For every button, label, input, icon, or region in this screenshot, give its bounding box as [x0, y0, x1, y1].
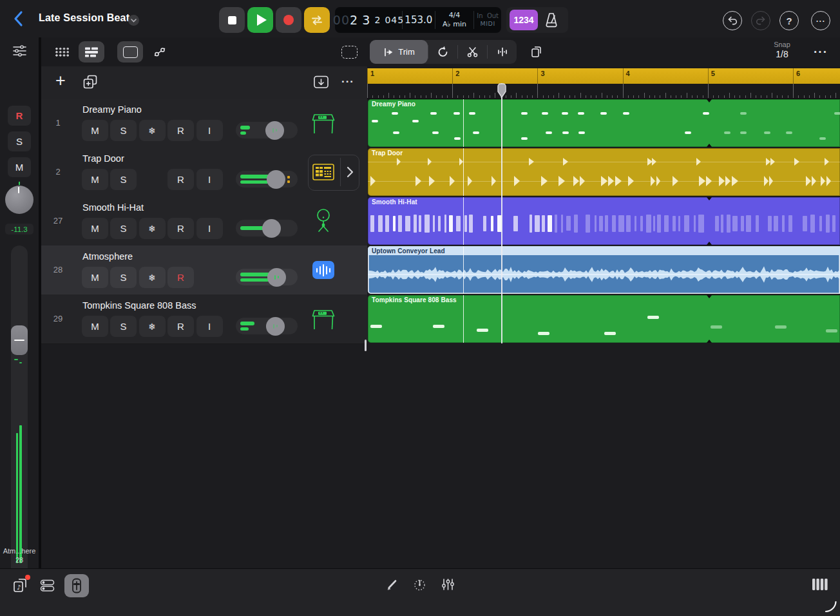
piano-instrument-icon[interactable] [310, 106, 336, 140]
mute-button[interactable]: M [82, 169, 108, 190]
duplicate-track-button[interactable] [82, 74, 98, 92]
tuner-button[interactable] [413, 578, 426, 594]
tracks-panel-button[interactable] [40, 579, 55, 595]
volume-slider[interactable] [236, 269, 298, 285]
more-options-button[interactable]: ··· [811, 11, 830, 30]
marquee-tool-button[interactable] [117, 41, 143, 63]
mute-button[interactable]: M [82, 218, 108, 239]
region-uptown-conveyor-lead[interactable]: Uptown Conveyor Lead [368, 246, 840, 294]
region-tompkins-square-808-bass[interactable]: Tompkins Square 808 Bass [368, 295, 840, 343]
slider-thumb[interactable] [265, 121, 284, 140]
help-button[interactable]: ? [779, 11, 799, 30]
split-tool-button[interactable] [458, 40, 487, 64]
input-monitor-button[interactable]: I [196, 120, 223, 141]
fader-handle[interactable] [11, 325, 28, 355]
project-menu-button[interactable] [128, 15, 139, 26]
input-monitor-button[interactable]: I [196, 218, 223, 239]
add-track-button[interactable]: + [55, 71, 66, 91]
record-enable-button[interactable]: R [167, 218, 194, 239]
pan-knob[interactable] [5, 186, 33, 214]
project-title[interactable]: Late Session Beat [39, 12, 129, 24]
volume-slider[interactable] [236, 171, 298, 188]
volume-fader[interactable] [11, 245, 28, 583]
solo-button[interactable]: S [110, 316, 137, 337]
solo-button[interactable]: S [110, 218, 137, 239]
track-header-dreamy-piano[interactable]: 1Dreamy PianoMS❄RI [41, 99, 367, 148]
audio-instrument-icon[interactable] [310, 253, 336, 287]
track-header-trap-door[interactable]: 2Trap DoorMSRI [41, 148, 367, 197]
solo-button[interactable]: S [110, 169, 137, 190]
mute-button[interactable]: M [82, 120, 108, 141]
stop-button[interactable] [219, 7, 245, 33]
lcd-display[interactable]: 002 3 2 045 153.0 4/4 A♭ min In Out MIDI [335, 7, 501, 33]
record-enable-button[interactable]: R [167, 120, 194, 141]
record-button[interactable] [276, 7, 301, 33]
freeze-button[interactable]: ❄ [139, 316, 166, 337]
toolbar-more-button[interactable]: ··· [808, 43, 834, 62]
import-button[interactable] [313, 75, 329, 92]
record-enable-button[interactable]: R [167, 267, 194, 288]
freeze-button[interactable]: ❄ [139, 120, 166, 141]
region-smooth-hi-hat[interactable]: Smooth Hi-Hat [368, 197, 840, 245]
mute-button[interactable]: M [8, 157, 31, 177]
freeze-button[interactable]: ❄ [139, 218, 166, 239]
record-enable-button[interactable]: R [167, 169, 194, 190]
play-button[interactable] [247, 7, 273, 33]
view-tracks-button[interactable] [79, 41, 104, 63]
piano-instrument-icon[interactable] [310, 302, 336, 336]
track-name[interactable]: Tompkins Square 808 Bass [82, 300, 196, 311]
cycle-button[interactable] [304, 7, 330, 33]
track-header-atmosphere[interactable]: 28AtmosphereMS❄R [41, 245, 367, 295]
slider-thumb[interactable] [267, 268, 286, 287]
browser-button[interactable]: ♪ [12, 577, 30, 596]
slider-thumb[interactable] [262, 219, 281, 238]
solo-button[interactable]: S [110, 120, 137, 141]
metronome-button[interactable] [542, 12, 562, 29]
editor-button[interactable] [64, 574, 89, 597]
undo-button[interactable] [723, 11, 742, 30]
volume-slider[interactable] [236, 122, 298, 139]
mute-button[interactable]: M [82, 316, 108, 337]
freeze-button[interactable]: ❄ [139, 267, 166, 288]
select-tool-button[interactable] [336, 41, 362, 63]
paste-button[interactable] [523, 41, 549, 63]
track-header-tompkins-square-808-bass[interactable]: 29Tompkins Square 808 BassMS❄RI [41, 294, 367, 344]
hihat-instrument-icon[interactable] [310, 204, 336, 238]
mixer-button[interactable] [441, 578, 455, 593]
gain-tool-button[interactable] [488, 40, 517, 64]
automation-button[interactable] [147, 41, 173, 63]
back-button[interactable] [10, 9, 28, 28]
playhead-line[interactable] [501, 83, 502, 343]
snap-control[interactable]: Snap 1/8 [765, 41, 799, 59]
solo-button[interactable]: S [110, 267, 137, 288]
input-monitor-button[interactable]: I [196, 169, 223, 190]
cycle-range-bar[interactable]: 123456 [367, 68, 840, 84]
pencil-tool-button[interactable] [385, 578, 399, 594]
volume-slider[interactable] [236, 220, 298, 236]
record-enable-button[interactable]: R [167, 316, 194, 337]
slider-thumb[interactable] [267, 170, 285, 189]
record-enable-button[interactable]: R [8, 106, 31, 126]
playhead[interactable] [497, 83, 507, 101]
scrollbar-thumb[interactable] [365, 340, 367, 351]
track-name[interactable]: Dreamy Piano [82, 104, 142, 115]
region-dreamy-piano[interactable]: Dreamy Piano [368, 99, 840, 147]
mixer-settings-button[interactable] [12, 44, 27, 61]
input-monitor-button[interactable]: I [196, 316, 223, 337]
timeline-ruler[interactable]: 123456 [367, 66, 840, 99]
volume-slider[interactable] [236, 318, 298, 334]
keyboard-button[interactable] [812, 578, 828, 593]
track-name[interactable]: Trap Door [82, 153, 124, 164]
view-grid-button[interactable] [49, 41, 75, 63]
slider-thumb[interactable] [266, 317, 285, 336]
loop-tool-button[interactable] [428, 40, 457, 64]
track-name[interactable]: Smooth Hi-Hat [82, 202, 144, 213]
track-header-smooth-hi-hat[interactable]: 27Smooth Hi-HatMS❄RI [41, 197, 367, 246]
redo-button[interactable] [751, 11, 770, 30]
track-name[interactable]: Atmosphere [82, 251, 133, 262]
drum-machine-instrument-icon[interactable] [310, 155, 336, 189]
mute-button[interactable]: M [82, 267, 108, 288]
solo-button[interactable]: S [8, 131, 31, 151]
trim-tool-button[interactable]: Trim [370, 40, 428, 64]
expand-track-stack-button[interactable] [341, 163, 358, 181]
